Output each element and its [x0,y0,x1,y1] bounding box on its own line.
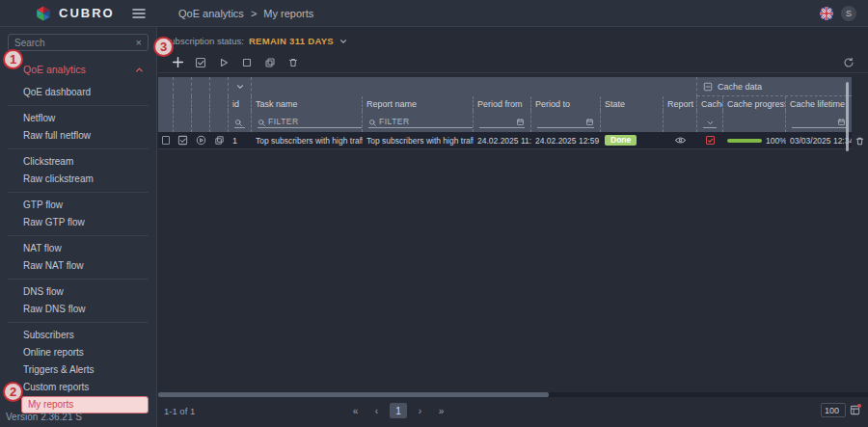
sort-chevron-icon[interactable] [229,77,252,96]
top-right-controls: S [820,6,868,21]
row-delete-icon[interactable] [854,132,865,149]
page-size-input[interactable] [821,403,846,417]
copy-button[interactable] [258,57,282,68]
task-name-filter-input[interactable] [268,117,363,127]
sidebar-item-dns-flow[interactable]: DNS flow [0,283,156,301]
row-edit-icon[interactable] [174,132,192,148]
annotation-circle-1: 1 [3,49,23,69]
sidebar-item-raw-dns-flow[interactable]: Raw DNS flow [0,301,156,318]
indeterminate-checkbox-icon[interactable] [703,82,713,92]
row-period-to: 24.02.2025 12:59 [535,136,599,146]
sidebar-item-triggers-alerts[interactable]: Triggers & Alerts [0,361,156,379]
sidebar-item-raw-clickstream[interactable]: Raw clickstream [0,171,156,188]
sidebar-group-label: QoE analytics [23,64,86,75]
sidebar-item-online-reports[interactable]: Online reports [0,344,156,361]
divider [8,105,149,106]
sidebar-item-clickstream[interactable]: Clickstream [0,153,156,171]
sidebar-item-custom-reports[interactable]: Custom reports [0,379,156,396]
col-period-to[interactable]: Period to [535,99,570,109]
cache-filter[interactable] [703,116,717,128]
table-row[interactable]: 1 Top subscribers with high traffic Top … [158,132,852,149]
pagination: « ‹ 1 › » [347,403,449,418]
col-report-name[interactable]: Report name [366,99,417,109]
col-id[interactable]: id [232,99,239,109]
sidebar-item-raw-full-netflow[interactable]: Raw full netflow [0,127,156,145]
chevron-down-icon[interactable] [339,37,348,46]
subscription-value: REMAIN 311 DAYS [249,36,334,46]
row-period-from: 24.02.2025 11:00 [477,136,531,146]
row-select-checkbox[interactable] [162,136,170,145]
first-page-button[interactable]: « [347,403,364,418]
stop-button[interactable] [235,57,258,68]
divider [8,322,149,323]
brand: CUBRO [0,5,157,22]
col-state[interactable]: State [605,99,625,109]
breadcrumb-separator: > [251,8,257,19]
top-bar: CUBRO QoE analytics > My reports [0,0,868,27]
cache-lifetime-filter[interactable] [792,116,846,128]
subscription-status: Subscription status: REMAIN 311 DAYS [164,36,348,46]
sidebar-search: × [8,34,149,51]
menu-toggle-icon[interactable] [132,8,146,19]
chevron-up-icon [134,65,145,75]
reports-table: Cache data id Task name Report name Peri… [158,77,852,149]
calendar-icon[interactable] [837,118,846,127]
cubro-logo-icon [35,5,52,22]
edit-button[interactable] [189,57,212,68]
sidebar-item-nat-flow[interactable]: NAT flow [0,240,156,257]
cache-checked-icon[interactable] [706,136,715,145]
col-cache-lifetime[interactable]: Cache lifetime [790,99,845,109]
id-filter[interactable] [234,116,245,128]
col-report[interactable]: Report [667,99,693,109]
annotation-circle-2: 2 [3,382,23,402]
sidebar-item-gtp-flow[interactable]: GTP flow [0,197,156,214]
sidebar-group-qoe-analytics[interactable]: QoE analytics [0,59,156,80]
calendar-icon[interactable] [516,118,525,127]
breadcrumb-section[interactable]: QoE analytics [178,8,244,19]
col-cache-progress[interactable]: Cache progress [727,99,786,109]
col-period-from[interactable]: Period from [477,99,523,109]
prev-page-button[interactable]: ‹ [368,403,385,418]
delete-button[interactable] [282,57,305,68]
row-copy-icon[interactable] [210,132,229,148]
calendar-icon[interactable] [585,118,594,127]
run-button[interactable] [212,57,235,68]
sidebar-item-qoe-dashboard[interactable]: QoE dashboard [0,84,156,101]
period-to-filter[interactable] [537,116,594,128]
search-input[interactable] [14,38,136,48]
search-clear-icon[interactable]: × [136,38,142,48]
next-page-button[interactable]: › [412,403,428,418]
table-header: Cache data id Task name Report name Peri… [158,77,852,132]
page-size-settings-icon[interactable] [850,405,860,415]
language-flag-icon[interactable] [820,7,833,20]
report-name-filter-input[interactable] [379,117,474,127]
vertical-scrollbar[interactable] [846,82,849,151]
last-page-button[interactable]: » [433,403,449,418]
sidebar-item-subscribers[interactable]: Subscribers [0,327,156,344]
row-cache-lifetime: 03/03/2025 12:34 [790,136,852,146]
cache-data-label: Cache data [718,82,762,92]
row-run-icon[interactable] [192,132,210,148]
divider [8,279,149,280]
user-avatar[interactable]: S [841,6,856,21]
row-report-name: Top subscribers with high traffic [366,136,474,146]
row-range-label: 1-1 of 1 [164,406,195,416]
state-badge: Done [605,135,637,147]
add-button[interactable] [166,56,189,68]
cache-progress-bar: 100% [727,136,786,146]
progress-fill [727,139,762,143]
col-task-name[interactable]: Task name [256,99,298,109]
current-page-button[interactable]: 1 [390,403,407,418]
row-task-name: Top subscribers with high traffic [256,136,363,146]
chevron-down-icon[interactable] [706,119,715,127]
refresh-button[interactable] [837,57,860,68]
sidebar-item-raw-nat-flow[interactable]: Raw NAT flow [0,257,156,275]
brand-title: CUBRO [59,6,115,20]
divider [8,148,149,149]
col-cache[interactable]: Cache [701,99,723,109]
period-from-filter[interactable] [479,116,525,128]
sidebar-item-raw-gtp-flow[interactable]: Raw GTP flow [0,214,156,231]
sidebar-item-netflow[interactable]: Netflow [0,110,156,127]
divider [8,192,149,193]
view-report-eye-icon[interactable] [664,132,697,148]
